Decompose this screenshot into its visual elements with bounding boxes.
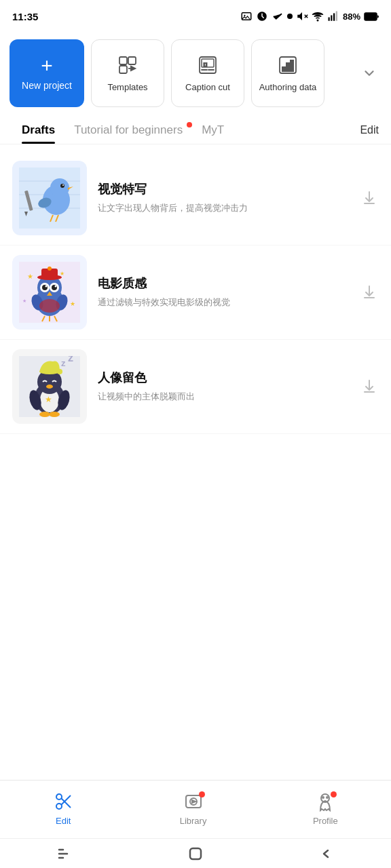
library-badge: [199, 791, 205, 797]
caption-cut-label: Caption cut: [185, 82, 230, 94]
svg-marker-14: [131, 66, 135, 71]
template-desc-3: 让视频中的主体脱颖而出: [98, 390, 349, 403]
back-icon: [318, 846, 333, 861]
check-icon: [272, 10, 284, 22]
status-time: 11:35: [12, 11, 38, 22]
svg-point-36: [62, 184, 64, 186]
system-menu-button[interactable]: [52, 840, 79, 867]
caption-cut-icon: [ ]: [196, 54, 219, 77]
toolbar-dropdown[interactable]: [357, 61, 381, 85]
dot-icon: [287, 14, 293, 19]
tab-myt[interactable]: MyT: [192, 119, 234, 144]
svg-point-4: [317, 20, 318, 21]
svg-point-70: [57, 369, 62, 374]
system-home-button[interactable]: [182, 840, 209, 867]
nav-label-profile: Profile: [313, 816, 338, 826]
muted-icon: [296, 10, 308, 22]
template-desc-1: 让文字出现人物背后，提高视觉冲击力: [98, 201, 349, 215]
svg-text:z: z: [68, 356, 73, 363]
svg-point-75: [39, 412, 50, 417]
template-desc-2: 通过滤镜与特效实现电影级的视觉: [98, 296, 349, 309]
shell-icon: [256, 10, 268, 22]
svg-point-1: [244, 15, 245, 16]
download-button-2[interactable]: [360, 283, 379, 302]
templates-svg: [117, 55, 138, 75]
template-info-3: 人像留色 让视频中的主体脱颖而出: [98, 370, 349, 403]
svg-point-76: [49, 412, 60, 417]
svg-point-48: [48, 267, 52, 271]
battery-level: 88%: [343, 12, 360, 22]
caption-cut-svg: [ ]: [198, 55, 218, 75]
svg-rect-24: [291, 60, 293, 71]
svg-text:★: ★: [60, 271, 64, 277]
tab-drafts[interactable]: Drafts: [12, 119, 64, 144]
authoring-data-svg: [278, 55, 298, 75]
nav-label-library: Library: [180, 816, 207, 826]
svg-point-53: [45, 285, 48, 288]
template-thumb-svg-3: z z z: [19, 356, 80, 417]
new-project-label: New project: [22, 80, 72, 91]
template-thumb-svg-2: ★ ★ ★ ★: [19, 262, 80, 323]
chevron-down-icon: [362, 66, 377, 81]
svg-rect-23: [286, 63, 289, 71]
nav-label-edit: Edit: [56, 816, 71, 826]
svg-point-54: [55, 285, 57, 288]
profile-badge: [331, 791, 337, 797]
template-list: 视觉特写 让文字出现人物背后，提高视觉冲击力 ★ ★ ★ ★: [0, 144, 391, 441]
svg-text:★: ★: [27, 273, 33, 280]
svg-point-58: [39, 299, 60, 313]
authoring-data-label: Authoring data: [259, 82, 317, 94]
svg-rect-22: [282, 67, 285, 71]
tab-tutorial[interactable]: Tutorial for beginners: [64, 119, 192, 144]
svg-rect-12: [128, 57, 136, 64]
download-button-3[interactable]: [360, 377, 379, 396]
tabs-row: Drafts Tutorial for beginners MyT Edit: [0, 114, 391, 144]
menu-icon: [58, 848, 73, 860]
template-thumb-3: z z z: [12, 349, 87, 424]
template-item-3: z z z: [0, 340, 391, 434]
status-bar: 11:35 88%: [0, 0, 391, 33]
svg-point-85: [322, 797, 324, 798]
status-icons: 88%: [240, 10, 379, 22]
nav-item-profile[interactable]: Profile: [313, 791, 338, 826]
template-item: 视觉特写 让文字出现人物背后，提高视觉冲击力: [0, 151, 391, 245]
battery-icon: [364, 12, 379, 21]
svg-point-35: [60, 184, 64, 188]
svg-marker-83: [192, 800, 196, 803]
template-title-2: 电影质感: [98, 275, 349, 292]
template-thumb-2: ★ ★ ★ ★: [12, 255, 87, 330]
edit-button[interactable]: Edit: [360, 120, 379, 143]
tutorial-dot: [187, 122, 192, 127]
svg-rect-13: [119, 66, 127, 73]
nav-item-edit[interactable]: Edit: [53, 791, 73, 826]
toolbar-item-templates[interactable]: Templates: [91, 39, 164, 107]
system-nav-bar: [0, 838, 391, 868]
template-info-2: 电影质感 通过滤镜与特效实现电影级的视觉: [98, 275, 349, 309]
toolbar-item-authoring-data[interactable]: Authoring data: [251, 39, 324, 107]
svg-rect-8: [336, 12, 337, 21]
toolbar-item-caption-cut[interactable]: [ ] Caption cut: [171, 39, 244, 107]
photo-icon: [240, 10, 253, 22]
template-thumb-svg-1: [19, 167, 80, 229]
svg-rect-11: [119, 57, 127, 64]
template-item-2: ★ ★ ★ ★: [0, 245, 391, 340]
svg-text:[  ]: [ ]: [204, 62, 207, 66]
download-icon-2: [361, 284, 377, 300]
svg-rect-5: [328, 18, 329, 21]
templates-icon: [116, 54, 139, 77]
nav-item-library[interactable]: Library: [180, 791, 207, 826]
content-area: 视觉特写 让文字出现人物背后，提高视觉冲击力 ★ ★ ★ ★: [0, 144, 391, 563]
svg-rect-10: [365, 14, 375, 20]
template-title-3: 人像留色: [98, 370, 349, 386]
system-back-button[interactable]: [312, 840, 339, 867]
svg-rect-7: [333, 14, 335, 21]
svg-rect-90: [190, 848, 201, 859]
svg-text:★: ★: [70, 300, 75, 307]
templates-label: Templates: [107, 82, 147, 94]
download-button-1[interactable]: [360, 189, 379, 208]
signal-icon: [327, 10, 339, 22]
template-title-1: 视觉特写: [98, 181, 349, 197]
svg-point-33: [50, 178, 69, 197]
authoring-data-icon: [276, 54, 299, 77]
new-project-button[interactable]: + New project: [10, 39, 84, 107]
